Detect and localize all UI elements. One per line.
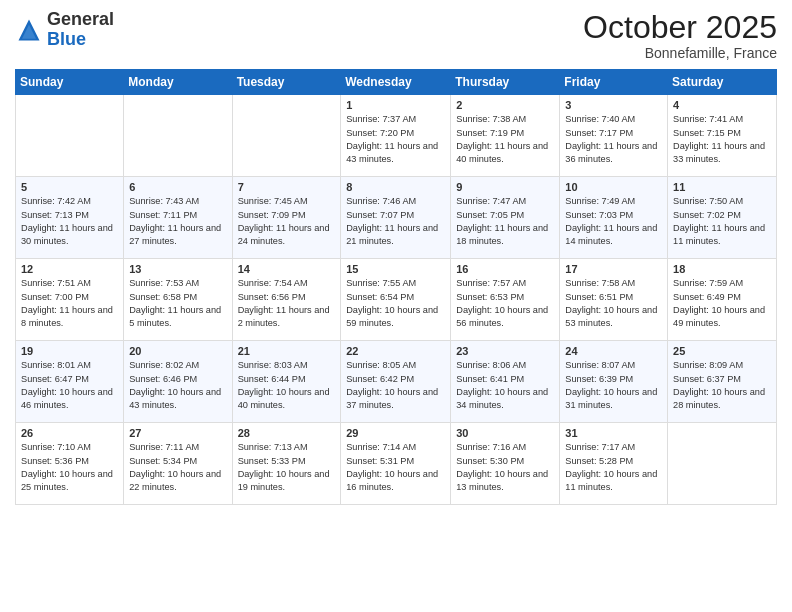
table-row: 23 Sunrise: 8:06 AMSunset: 6:41 PMDaylig… [451, 341, 560, 423]
week-row-4: 26 Sunrise: 7:10 AMSunset: 5:36 PMDaylig… [16, 423, 777, 505]
week-row-1: 5 Sunrise: 7:42 AMSunset: 7:13 PMDayligh… [16, 177, 777, 259]
week-row-0: 1 Sunrise: 7:37 AMSunset: 7:20 PMDayligh… [16, 95, 777, 177]
day-number: 23 [456, 345, 554, 357]
weekday-header-row: Sunday Monday Tuesday Wednesday Thursday… [16, 70, 777, 95]
day-info: Sunrise: 7:13 AMSunset: 5:33 PMDaylight:… [238, 441, 336, 494]
header: General Blue October 2025 Bonnefamille, … [15, 10, 777, 61]
day-number: 2 [456, 99, 554, 111]
day-number: 25 [673, 345, 771, 357]
table-row: 25 Sunrise: 8:09 AMSunset: 6:37 PMDaylig… [668, 341, 777, 423]
day-info: Sunrise: 7:47 AMSunset: 7:05 PMDaylight:… [456, 195, 554, 248]
month-title: October 2025 [583, 10, 777, 45]
table-row: 8 Sunrise: 7:46 AMSunset: 7:07 PMDayligh… [341, 177, 451, 259]
calendar: Sunday Monday Tuesday Wednesday Thursday… [15, 69, 777, 505]
week-row-2: 12 Sunrise: 7:51 AMSunset: 7:00 PMDaylig… [16, 259, 777, 341]
day-info: Sunrise: 7:45 AMSunset: 7:09 PMDaylight:… [238, 195, 336, 248]
day-number: 10 [565, 181, 662, 193]
table-row: 17 Sunrise: 7:58 AMSunset: 6:51 PMDaylig… [560, 259, 668, 341]
day-number: 3 [565, 99, 662, 111]
day-info: Sunrise: 8:02 AMSunset: 6:46 PMDaylight:… [129, 359, 226, 412]
day-number: 18 [673, 263, 771, 275]
table-row: 10 Sunrise: 7:49 AMSunset: 7:03 PMDaylig… [560, 177, 668, 259]
day-info: Sunrise: 8:03 AMSunset: 6:44 PMDaylight:… [238, 359, 336, 412]
table-row: 14 Sunrise: 7:54 AMSunset: 6:56 PMDaylig… [232, 259, 341, 341]
table-row: 11 Sunrise: 7:50 AMSunset: 7:02 PMDaylig… [668, 177, 777, 259]
day-info: Sunrise: 7:55 AMSunset: 6:54 PMDaylight:… [346, 277, 445, 330]
day-info: Sunrise: 7:14 AMSunset: 5:31 PMDaylight:… [346, 441, 445, 494]
day-info: Sunrise: 7:54 AMSunset: 6:56 PMDaylight:… [238, 277, 336, 330]
day-info: Sunrise: 8:09 AMSunset: 6:37 PMDaylight:… [673, 359, 771, 412]
day-info: Sunrise: 7:40 AMSunset: 7:17 PMDaylight:… [565, 113, 662, 166]
day-number: 12 [21, 263, 118, 275]
table-row [16, 95, 124, 177]
table-row: 24 Sunrise: 8:07 AMSunset: 6:39 PMDaylig… [560, 341, 668, 423]
col-tuesday: Tuesday [232, 70, 341, 95]
day-number: 7 [238, 181, 336, 193]
table-row [232, 95, 341, 177]
logo-text: General Blue [47, 10, 114, 50]
logo-icon [15, 16, 43, 44]
day-number: 15 [346, 263, 445, 275]
col-friday: Friday [560, 70, 668, 95]
day-number: 31 [565, 427, 662, 439]
day-info: Sunrise: 7:38 AMSunset: 7:19 PMDaylight:… [456, 113, 554, 166]
day-number: 26 [21, 427, 118, 439]
day-number: 27 [129, 427, 226, 439]
day-info: Sunrise: 7:58 AMSunset: 6:51 PMDaylight:… [565, 277, 662, 330]
day-number: 9 [456, 181, 554, 193]
day-info: Sunrise: 7:50 AMSunset: 7:02 PMDaylight:… [673, 195, 771, 248]
table-row [124, 95, 232, 177]
table-row: 1 Sunrise: 7:37 AMSunset: 7:20 PMDayligh… [341, 95, 451, 177]
day-info: Sunrise: 7:57 AMSunset: 6:53 PMDaylight:… [456, 277, 554, 330]
col-thursday: Thursday [451, 70, 560, 95]
table-row: 2 Sunrise: 7:38 AMSunset: 7:19 PMDayligh… [451, 95, 560, 177]
table-row: 15 Sunrise: 7:55 AMSunset: 6:54 PMDaylig… [341, 259, 451, 341]
day-number: 16 [456, 263, 554, 275]
table-row: 9 Sunrise: 7:47 AMSunset: 7:05 PMDayligh… [451, 177, 560, 259]
table-row [668, 423, 777, 505]
day-info: Sunrise: 8:07 AMSunset: 6:39 PMDaylight:… [565, 359, 662, 412]
day-info: Sunrise: 7:49 AMSunset: 7:03 PMDaylight:… [565, 195, 662, 248]
col-monday: Monday [124, 70, 232, 95]
table-row: 26 Sunrise: 7:10 AMSunset: 5:36 PMDaylig… [16, 423, 124, 505]
day-number: 30 [456, 427, 554, 439]
col-sunday: Sunday [16, 70, 124, 95]
week-row-3: 19 Sunrise: 8:01 AMSunset: 6:47 PMDaylig… [16, 341, 777, 423]
table-row: 21 Sunrise: 8:03 AMSunset: 6:44 PMDaylig… [232, 341, 341, 423]
table-row: 22 Sunrise: 8:05 AMSunset: 6:42 PMDaylig… [341, 341, 451, 423]
table-row: 16 Sunrise: 7:57 AMSunset: 6:53 PMDaylig… [451, 259, 560, 341]
day-number: 19 [21, 345, 118, 357]
table-row: 5 Sunrise: 7:42 AMSunset: 7:13 PMDayligh… [16, 177, 124, 259]
day-number: 28 [238, 427, 336, 439]
day-number: 8 [346, 181, 445, 193]
day-info: Sunrise: 7:16 AMSunset: 5:30 PMDaylight:… [456, 441, 554, 494]
day-number: 5 [21, 181, 118, 193]
day-number: 6 [129, 181, 226, 193]
table-row: 19 Sunrise: 8:01 AMSunset: 6:47 PMDaylig… [16, 341, 124, 423]
table-row: 18 Sunrise: 7:59 AMSunset: 6:49 PMDaylig… [668, 259, 777, 341]
table-row: 28 Sunrise: 7:13 AMSunset: 5:33 PMDaylig… [232, 423, 341, 505]
day-number: 17 [565, 263, 662, 275]
col-saturday: Saturday [668, 70, 777, 95]
table-row: 6 Sunrise: 7:43 AMSunset: 7:11 PMDayligh… [124, 177, 232, 259]
logo-blue: Blue [47, 29, 86, 49]
day-number: 13 [129, 263, 226, 275]
day-info: Sunrise: 7:17 AMSunset: 5:28 PMDaylight:… [565, 441, 662, 494]
logo-general: General [47, 9, 114, 29]
day-number: 14 [238, 263, 336, 275]
table-row: 27 Sunrise: 7:11 AMSunset: 5:34 PMDaylig… [124, 423, 232, 505]
day-info: Sunrise: 8:06 AMSunset: 6:41 PMDaylight:… [456, 359, 554, 412]
day-info: Sunrise: 8:01 AMSunset: 6:47 PMDaylight:… [21, 359, 118, 412]
day-info: Sunrise: 7:53 AMSunset: 6:58 PMDaylight:… [129, 277, 226, 330]
day-info: Sunrise: 7:11 AMSunset: 5:34 PMDaylight:… [129, 441, 226, 494]
location: Bonnefamille, France [583, 45, 777, 61]
day-info: Sunrise: 7:10 AMSunset: 5:36 PMDaylight:… [21, 441, 118, 494]
day-number: 29 [346, 427, 445, 439]
day-info: Sunrise: 7:43 AMSunset: 7:11 PMDaylight:… [129, 195, 226, 248]
day-info: Sunrise: 8:05 AMSunset: 6:42 PMDaylight:… [346, 359, 445, 412]
day-info: Sunrise: 7:59 AMSunset: 6:49 PMDaylight:… [673, 277, 771, 330]
day-number: 22 [346, 345, 445, 357]
table-row: 20 Sunrise: 8:02 AMSunset: 6:46 PMDaylig… [124, 341, 232, 423]
col-wednesday: Wednesday [341, 70, 451, 95]
table-row: 29 Sunrise: 7:14 AMSunset: 5:31 PMDaylig… [341, 423, 451, 505]
